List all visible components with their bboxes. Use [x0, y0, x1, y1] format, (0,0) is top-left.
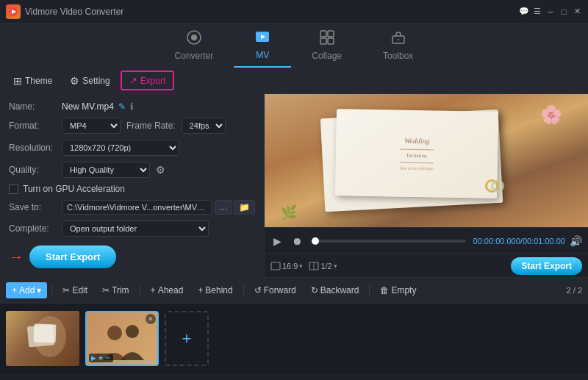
export-settings-panel: Name: New MV.mp4 ✎ ℹ Format: MP4MKVAVIMO…: [0, 94, 265, 277]
add-clip-icon: +: [182, 329, 192, 348]
titlebar: Vidmore Video Converter 💬 ☰ ─ □ ✕: [0, 0, 588, 24]
svg-point-23: [126, 325, 139, 338]
collage-icon: [319, 29, 335, 49]
resolution-selector[interactable]: 1/2 ▾: [309, 261, 337, 271]
minimize-icon[interactable]: ─: [545, 7, 556, 17]
edit-scissor-icon: ✂: [62, 285, 70, 295]
sub-header: ⊞ Theme ⚙ Setting ↗ Export: [0, 68, 588, 94]
play-badge-icon: ▶: [91, 354, 96, 362]
progress-bar[interactable]: [312, 240, 466, 243]
svg-rect-6: [320, 31, 326, 37]
framerate-row: Frame Rate: 24fps30fps60fps: [126, 118, 226, 134]
forward-label: Forward: [264, 285, 296, 295]
player-selectors: 16:9 ▾ 1/2 ▾: [270, 261, 337, 271]
name-row: Name: New MV.mp4 ✎ ℹ: [9, 101, 255, 112]
maximize-icon[interactable]: □: [559, 7, 569, 17]
separator-1: [51, 284, 52, 297]
complete-select[interactable]: Open output folderDo nothingShut down co…: [62, 221, 209, 237]
card-front: Wedding Invitation Join us to celebrate: [335, 109, 498, 198]
timeline: ✕ ▶ ★ ✂ +: [0, 304, 588, 373]
format-row: Format: MP4MKVAVIMOV Frame Rate: 24fps30…: [9, 118, 255, 134]
start-export-wrap: → Start Export: [9, 245, 255, 268]
start-export-button[interactable]: Start Export: [29, 245, 116, 268]
info-icon[interactable]: ℹ: [130, 101, 134, 112]
ratio-selector[interactable]: 16:9 ▾: [270, 261, 303, 271]
stop-button[interactable]: ⏺: [289, 234, 305, 248]
timeline-clip-2[interactable]: ✕ ▶ ★ ✂: [85, 311, 159, 366]
empty-button[interactable]: 🗑 Empty: [374, 282, 422, 298]
svg-point-3: [191, 35, 197, 40]
quality-gear-icon[interactable]: ⚙: [156, 164, 165, 176]
setting-label: Setting: [82, 76, 110, 86]
tab-converter[interactable]: Converter: [154, 24, 234, 67]
quality-label: Quality:: [9, 165, 62, 175]
complete-label: Complete:: [9, 223, 62, 234]
resolution-select[interactable]: 1280x720 (720p)1920x1080 (1080p)3840x216…: [62, 140, 179, 156]
tab-mv[interactable]: MV: [234, 23, 291, 68]
framerate-select[interactable]: 24fps30fps60fps: [182, 118, 226, 134]
export-button[interactable]: ↗ Export: [121, 71, 175, 90]
saveto-dots-button[interactable]: ...: [215, 200, 232, 215]
add-clip-button[interactable]: +: [165, 311, 209, 366]
chat-icon[interactable]: 💬: [519, 7, 529, 17]
gpu-row: Turn on GPU Acceleration: [9, 184, 255, 194]
tab-collage[interactable]: Collage: [291, 24, 362, 67]
setting-gear-icon: ⚙: [70, 75, 79, 87]
resolution-chevron-icon: ▾: [334, 262, 337, 270]
volume-icon[interactable]: 🔊: [570, 235, 582, 247]
format-select[interactable]: MP4MKVAVIMOV: [62, 118, 121, 134]
framerate-label: Frame Rate:: [126, 121, 176, 131]
behind-icon: +: [198, 285, 203, 295]
tab-toolbox[interactable]: Toolbox: [362, 24, 434, 67]
play-button[interactable]: ▶: [270, 234, 284, 248]
clip-2-badge: ▶ ★ ✂: [89, 354, 113, 362]
theme-button[interactable]: ⊞ Theme: [6, 72, 60, 90]
player-start-export-button[interactable]: Start Export: [511, 257, 582, 275]
forward-button[interactable]: ↺ Forward: [248, 282, 302, 298]
app-title: Vidmore Video Converter: [25, 7, 123, 17]
add-label: Add: [19, 285, 35, 295]
separator-4: [369, 284, 370, 297]
behind-button[interactable]: + Behind: [192, 282, 238, 298]
trim-icon: ✂: [102, 285, 110, 295]
trim-button[interactable]: ✂ Trim: [96, 282, 135, 298]
svg-rect-9: [328, 38, 334, 44]
tab-toolbox-label: Toolbox: [383, 51, 413, 61]
svg-rect-7: [328, 31, 334, 37]
clip-count: 2 / 2: [567, 286, 582, 295]
app-logo: [6, 4, 21, 19]
arrow-indicator-icon: →: [9, 248, 24, 265]
svg-point-22: [107, 326, 122, 340]
mv-icon: [254, 29, 270, 49]
forward-icon: ↺: [254, 285, 262, 295]
gpu-checkbox[interactable]: [9, 184, 18, 194]
name-field-label: Name:: [9, 101, 62, 112]
tab-converter-label: Converter: [175, 51, 214, 61]
separator-2: [140, 284, 140, 297]
backward-button[interactable]: ↻ Backward: [305, 282, 365, 298]
ratio-value: 16:9: [282, 262, 298, 270]
setting-button[interactable]: ⚙ Setting: [62, 72, 117, 90]
edit-label: Edit: [72, 285, 87, 295]
player-controls: ▶ ⏺ 00:00:00.000/00:01:00.00 🔊: [265, 227, 588, 254]
quality-select[interactable]: High QualityMedium QualityLow Quality: [62, 162, 150, 178]
ahead-label: Ahead: [158, 285, 184, 295]
name-field-value: New MV.mp4 ✎ ℹ: [62, 101, 134, 112]
leaf-decoration: 🌿: [281, 204, 297, 221]
close-icon[interactable]: ✕: [572, 7, 582, 17]
add-button[interactable]: + Add ▾: [6, 282, 47, 298]
timeline-clip-1[interactable]: [6, 311, 79, 366]
add-plus-icon: +: [12, 285, 17, 295]
saveto-folder-button[interactable]: 📁: [234, 200, 255, 215]
edit-button[interactable]: ✂ Edit: [57, 282, 93, 298]
ahead-icon: +: [151, 285, 156, 295]
clip-2-close-button[interactable]: ✕: [146, 314, 156, 324]
menu-icon[interactable]: ☰: [532, 7, 542, 17]
tab-mv-label: MV: [256, 50, 269, 60]
theme-grid-icon: ⊞: [13, 75, 22, 87]
time-current: 00:00:00.000: [473, 237, 520, 245]
edit-name-icon[interactable]: ✎: [118, 101, 126, 112]
ahead-button[interactable]: + Ahead: [145, 282, 190, 298]
tab-collage-label: Collage: [312, 51, 342, 61]
saveto-label: Save to:: [9, 202, 62, 212]
